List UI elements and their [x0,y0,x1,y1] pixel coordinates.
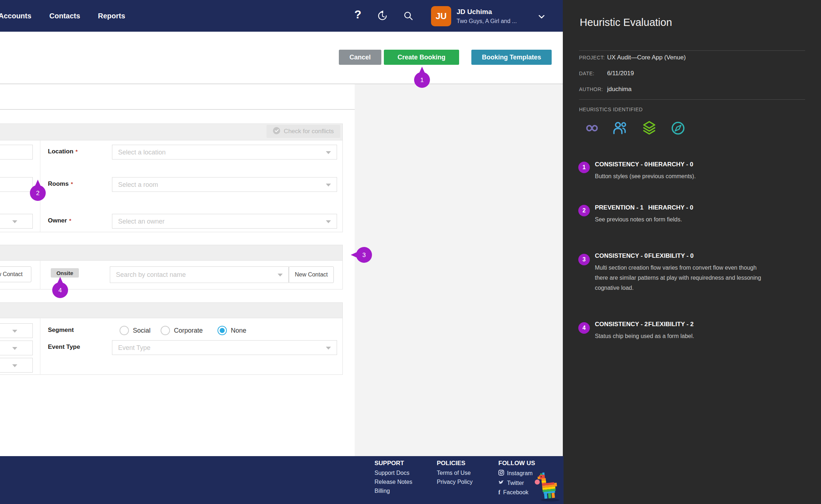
contact-search-combobox[interactable]: Search by contact name [110,266,289,283]
users-icon [611,120,629,138]
left-select-cut[interactable] [0,341,33,355]
user-name: JD Uchima [457,8,492,16]
column-divider [40,318,40,375]
footer-link-instagram[interactable]: Instagram [498,470,535,477]
location-select[interactable]: Select a location [112,145,337,159]
finding-badge-4: 4 [578,322,590,334]
footer-link-release-notes[interactable]: Release Notes [374,479,412,485]
heuristics-identified-label: HEURISTICS IDENTIFIED [579,107,643,112]
section-header-bar: Check for conflicts [0,124,342,140]
radio-none-label: None [231,327,246,334]
footer-support-column: SUPPORT Support Docs Release Notes Billi… [374,460,412,494]
footer-follow-column: FOLLOW US Instagram Twitter [498,460,535,496]
top-navbar: Accounts Contacts Reports ? JU JD Uchima… [0,0,564,32]
annotation-marker-4[interactable]: 4 [51,276,69,301]
finding-3: CONSISTENCY - 0FLEXIBILITY - 0 Multi sec… [595,252,764,293]
nav-item-accounts[interactable]: Accounts [0,0,31,32]
section-header-bar [0,303,342,318]
annotation-marker-2[interactable]: 2 [29,179,46,204]
footer-heading: FOLLOW US [498,460,535,467]
left-select-cut[interactable] [0,323,33,338]
chevron-down-icon [326,151,331,154]
radio-social-label: Social [133,327,151,334]
footer-link-support-docs[interactable]: Support Docs [374,470,412,476]
chevron-down-icon [12,220,17,223]
instagram-icon [498,470,504,477]
create-booking-button[interactable]: Create Booking [384,50,459,65]
footer-heading: SUPPORT [374,460,412,467]
owner-label: Owner* [48,217,71,224]
avatar[interactable]: JU [431,6,451,26]
left-select-cut[interactable] [0,358,33,373]
check-circle-icon [273,127,280,136]
location-label: Location* [48,148,78,155]
footer-link-privacy[interactable]: Privacy Policy [437,479,473,485]
history-icon[interactable] [377,10,388,22]
divider [579,50,805,51]
project-value: UX Audit—Core App (Venue) [607,54,686,61]
cancel-button[interactable]: Cancel [339,50,381,65]
svg-text:4: 4 [58,287,62,294]
check-for-conflicts-button[interactable]: Check for conflicts [266,125,340,138]
nav-item-reports[interactable]: Reports [98,0,125,32]
divider [0,109,355,110]
finding-1: CONSISTENCY - 0HIERARCHY - 0 Button styl… [595,161,764,181]
pinata-graphic [534,471,563,504]
finding-badge-1: 1 [578,162,590,173]
section-header-bar [0,245,342,261]
svg-text:3: 3 [362,252,365,258]
date-label: DATE: [579,71,595,76]
user-org: Two Guys, A Girl and ... [457,18,517,24]
annotation-marker-3[interactable]: 3 [350,246,373,265]
time-select-cut[interactable] [0,214,33,229]
chevron-down-icon [278,274,283,276]
chevron-down-icon[interactable] [539,14,544,20]
facebook-icon: f [498,489,500,496]
heuristic-evaluation-panel: Heuristic Evaluation PROJECT: UX Audit—C… [563,0,821,504]
compass-icon [669,120,687,138]
svg-text:2: 2 [36,190,39,197]
twitter-icon [498,480,504,487]
event-type-select[interactable]: Event Type [112,340,337,355]
svg-text:1: 1 [420,77,423,84]
infinity-icon [583,120,601,138]
new-contact-button-cut[interactable]: New Contact [0,266,31,282]
rooms-label: Rooms* [48,180,73,188]
required-asterisk: * [69,217,71,224]
chevron-down-icon [326,347,331,350]
rooms-select[interactable]: Select a room [112,177,337,192]
event-details-section: Segment Social Corporate None Event Type… [0,302,343,375]
footer-link-facebook[interactable]: f Facebook [498,489,535,496]
radio-none[interactable] [217,326,227,335]
chevron-down-icon [12,330,17,333]
owner-select[interactable]: Select an owner [112,214,337,229]
booking-templates-button[interactable]: Booking Templates [471,50,552,65]
footer-heading: POLICIES [437,460,473,467]
author-label: AUTHOR: [579,86,603,92]
chevron-down-icon [326,220,331,223]
footer-link-twitter[interactable]: Twitter [498,480,535,487]
event-type-label: Event Type [48,343,80,351]
nav-item-contacts[interactable]: Contacts [49,0,80,32]
new-contact-button[interactable]: New Contact [289,266,334,283]
search-icon[interactable] [403,10,414,22]
chevron-down-icon [12,364,17,367]
column-divider [40,260,40,289]
author-value: jduchima [607,86,632,93]
radio-social[interactable] [120,326,129,335]
page-footer: SUPPORT Support Docs Release Notes Billi… [0,456,564,504]
time-input-cut[interactable] [0,177,33,192]
footer-policies-column: POLICIES Terms of Use Privacy Policy [437,460,473,485]
project-label: PROJECT: [579,55,605,60]
required-asterisk: * [76,148,78,154]
annotation-marker-1[interactable]: 1 [413,66,431,91]
booking-details-section: Check for conflicts Location* Select a l… [0,123,343,232]
radio-corporate[interactable] [161,326,170,335]
radio-corporate-label: Corporate [174,327,203,334]
finding-badge-3: 3 [578,254,590,265]
date-input-cut[interactable] [0,145,33,159]
panel-title: Heuristic Evaluation [580,17,672,28]
help-icon[interactable]: ? [354,8,362,21]
footer-link-billing[interactable]: Billing [374,488,412,494]
footer-link-terms[interactable]: Terms of Use [437,470,473,476]
